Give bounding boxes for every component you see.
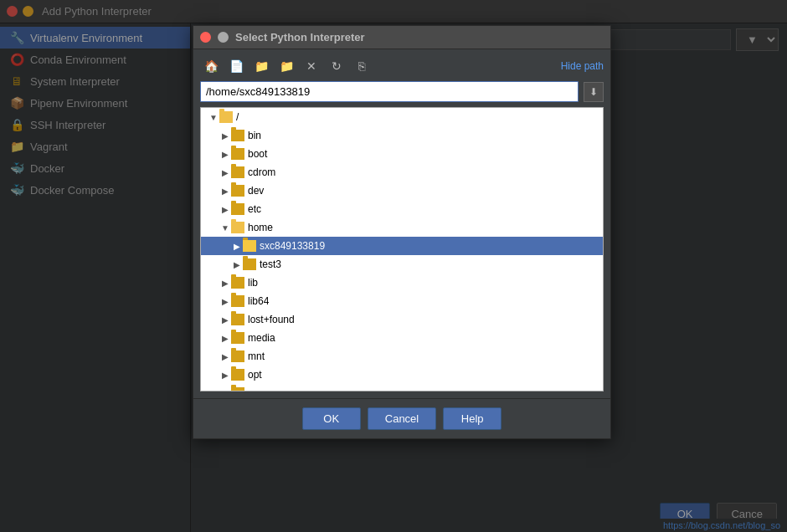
toolbar-file-button[interactable]: 📄 xyxy=(225,56,247,76)
tree-item-lib[interactable]: ▶ lib xyxy=(201,274,603,292)
tree-item-dev[interactable]: ▶ dev xyxy=(201,182,603,200)
dialog-toolbar: 🏠 📄 📁 📁 ✕ ↻ ⎘ Hide path xyxy=(200,56,604,76)
tree-item-mnt[interactable]: ▶ mnt xyxy=(201,347,603,366)
folder-icon-lib64 xyxy=(231,295,244,307)
tree-label-lib: lib xyxy=(248,277,599,289)
folder-icon-bin xyxy=(231,130,244,141)
tree-item-proc[interactable]: ▶ proc xyxy=(201,384,603,391)
tree-label-media: media xyxy=(248,332,599,344)
dialog-ok-button[interactable]: OK xyxy=(302,407,361,430)
tree-label-proc: proc xyxy=(248,387,599,391)
folder-icon-boot xyxy=(231,148,244,160)
tree-label-home: home xyxy=(248,222,599,233)
folder-icon-test3 xyxy=(243,258,256,270)
tree-label-boot: boot xyxy=(248,148,599,160)
tree-arrow-lib: ▶ xyxy=(219,277,231,289)
tree-item-test3[interactable]: ▶ test3 xyxy=(201,255,603,274)
tree-label-bin: bin xyxy=(248,130,599,141)
tree-arrow-mnt: ▶ xyxy=(219,350,231,362)
folder-icon-etc xyxy=(231,203,244,215)
folder-icon-media xyxy=(231,332,244,344)
tree-item-root[interactable]: ▼ / xyxy=(201,108,603,126)
tree-label-root: / xyxy=(236,111,599,123)
tree-arrow-media: ▶ xyxy=(219,332,231,344)
path-input[interactable] xyxy=(200,81,579,102)
dialog-help-button[interactable]: Help xyxy=(443,407,502,430)
folder-icon-proc xyxy=(231,387,244,391)
toolbar-home-button[interactable]: 🏠 xyxy=(200,56,222,76)
tree-item-media[interactable]: ▶ media xyxy=(201,329,603,347)
dialog-body: 🏠 📄 📁 📁 ✕ ↻ ⎘ Hide path ⬇ xyxy=(193,49,610,398)
tree-item-sxc849133819[interactable]: ▶ sxc849133819 xyxy=(201,237,603,255)
dialog-title: Select Python Interpreter xyxy=(235,31,365,43)
modal-overlay: Select Python Interpreter 🏠 📄 📁 📁 ✕ ↻ ⎘ … xyxy=(0,0,787,532)
folder-icon-sxc849133819 xyxy=(243,240,256,252)
dialog-close-button[interactable] xyxy=(200,32,211,43)
tree-arrow-lib64: ▶ xyxy=(219,295,231,307)
tree-label-test3: test3 xyxy=(260,258,599,270)
tree-arrow-opt: ▶ xyxy=(219,369,231,381)
path-expand-button[interactable]: ⬇ xyxy=(584,82,604,102)
tree-item-opt[interactable]: ▶ opt xyxy=(201,366,603,384)
folder-icon-lostfound xyxy=(231,314,244,325)
tree-item-etc[interactable]: ▶ etc xyxy=(201,200,603,218)
tree-arrow-etc: ▶ xyxy=(219,203,231,215)
tree-arrow-bin: ▶ xyxy=(219,130,231,141)
folder-icon-lib xyxy=(231,277,244,289)
tree-label-dev: dev xyxy=(248,185,599,197)
hide-path-link[interactable]: Hide path xyxy=(561,60,604,72)
tree-label-lostfound: lost+found xyxy=(248,314,599,325)
folder-icon-dev xyxy=(231,185,244,197)
tree-item-home[interactable]: ▼ home xyxy=(201,218,603,237)
tree-label-opt: opt xyxy=(248,369,599,381)
tree-arrow-proc: ▶ xyxy=(219,387,231,391)
tree-label-cdrom: cdrom xyxy=(248,166,599,178)
dialog-footer: OK Cancel Help xyxy=(193,398,610,438)
tree-arrow-boot: ▶ xyxy=(219,148,231,160)
folder-icon-cdrom xyxy=(231,166,244,178)
tree-item-bin[interactable]: ▶ bin xyxy=(201,126,603,145)
tree-label-lib64: lib64 xyxy=(248,295,599,307)
tree-label-etc: etc xyxy=(248,203,599,215)
path-input-row: ⬇ xyxy=(200,81,604,102)
tree-arrow-home: ▼ xyxy=(219,222,231,233)
folder-icon-home xyxy=(231,222,244,233)
tree-item-lib64[interactable]: ▶ lib64 xyxy=(201,292,603,310)
folder-icon-root xyxy=(219,111,233,123)
file-tree[interactable]: ▼ / ▶ bin ▶ boot xyxy=(200,107,604,391)
toolbar-folder-button[interactable]: 📁 xyxy=(250,56,272,76)
tree-item-boot[interactable]: ▶ boot xyxy=(201,145,603,163)
tree-arrow-cdrom: ▶ xyxy=(219,166,231,178)
select-interpreter-dialog: Select Python Interpreter 🏠 📄 📁 📁 ✕ ↻ ⎘ … xyxy=(193,25,611,439)
dialog-toolbar-left: 🏠 📄 📁 📁 ✕ ↻ ⎘ xyxy=(200,56,373,76)
tree-item-cdrom[interactable]: ▶ cdrom xyxy=(201,163,603,182)
tree-arrow-lostfound: ▶ xyxy=(219,314,231,325)
tree-arrow-root: ▼ xyxy=(208,111,219,123)
tree-label-mnt: mnt xyxy=(248,350,599,362)
dialog-cancel-button[interactable]: Cancel xyxy=(368,407,436,430)
tree-arrow-test3: ▶ xyxy=(231,258,243,270)
toolbar-delete-button[interactable]: ✕ xyxy=(301,56,322,76)
tree-item-lostfound[interactable]: ▶ lost+found xyxy=(201,310,603,329)
toolbar-refresh-button[interactable]: ↻ xyxy=(326,56,347,76)
toolbar-copy-button[interactable]: ⎘ xyxy=(351,56,373,76)
folder-icon-mnt xyxy=(231,350,244,362)
dialog-titlebar: Select Python Interpreter xyxy=(193,26,610,49)
tree-label-sxc849133819: sxc849133819 xyxy=(260,240,599,252)
folder-icon-opt xyxy=(231,369,244,381)
tree-arrow-sxc849133819: ▶ xyxy=(231,240,243,252)
tree-arrow-dev: ▶ xyxy=(219,185,231,197)
toolbar-newfolder-button[interactable]: 📁 xyxy=(275,56,297,76)
dialog-icon xyxy=(218,32,229,43)
